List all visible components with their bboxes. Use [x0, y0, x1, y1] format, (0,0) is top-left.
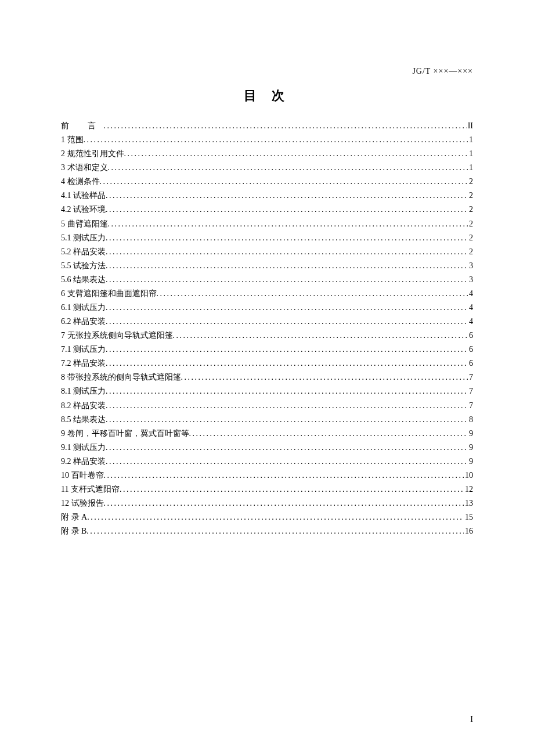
toc-row: 2 规范性引用文件1: [61, 147, 473, 161]
toc-entry-label: 8.2 样品安装: [61, 399, 106, 413]
toc-row: 5.6 结果表达3: [61, 273, 473, 287]
toc-entry-label: 2 规范性引用文件: [61, 147, 124, 161]
toc-leader-dots: [87, 510, 464, 524]
toc-leader-dots: [106, 384, 468, 398]
toc-leader-dots: [106, 259, 468, 273]
toc-entry-page: 8: [468, 413, 473, 427]
toc-row: 前 言II: [61, 119, 473, 133]
toc-entry-page: 7: [468, 370, 473, 384]
toc-entry-page: 16: [464, 524, 473, 538]
toc-leader-dots: [104, 119, 467, 133]
toc-leader-dots: [106, 245, 468, 259]
toc-row: 5.1 测试压力2: [61, 231, 473, 245]
toc-leader-dots: [104, 496, 464, 510]
toc-entry-label: 附 录 A: [61, 510, 87, 524]
toc-leader-dots: [86, 524, 464, 538]
toc-row: 9.2 样品安装9: [61, 455, 473, 469]
toc-leader-dots: [106, 441, 468, 455]
toc-entry-page: 15: [464, 510, 473, 524]
toc-entry-page: 2: [468, 231, 473, 245]
toc-leader-dots: [189, 427, 468, 441]
toc-leader-dots: [106, 357, 468, 370]
toc-entry-label: 6 支臂遮阳篷和曲面遮阳帘: [61, 287, 157, 301]
toc-entry-label: 4.1 试验样品: [61, 189, 106, 203]
toc-entry-label: 5.5 试验方法: [61, 259, 106, 273]
toc-row: 9 卷闸，平移百叶窗，翼式百叶窗等9: [61, 427, 473, 441]
toc-entry-page: 6: [468, 357, 473, 370]
toc-leader-dots: [106, 203, 468, 217]
toc-entry-label: 5.1 测试压力: [61, 231, 106, 245]
toc-entry-page: 12: [464, 483, 473, 496]
toc-leader-dots: [124, 147, 468, 161]
toc-entry-label: 7.1 测试压力: [61, 343, 106, 357]
toc-entry-label: 9.2 样品安装: [61, 455, 106, 469]
toc-row: 9.1 测试压力9: [61, 441, 473, 455]
toc-row: 附 录 A15: [61, 510, 473, 524]
toc-row: 12 试验报告13: [61, 496, 473, 510]
toc-entry-label: 6.1 测试压力: [61, 301, 106, 315]
toc-row: 8.5 结果表达8: [61, 413, 473, 427]
toc-entry-label: 11 支杆式遮阳帘: [61, 483, 120, 496]
toc-entry-page: 3: [468, 259, 473, 273]
toc-row: 8 带张拉系统的侧向导轨式遮阳篷7: [61, 370, 473, 384]
toc-entry-label: 5.2 样品安装: [61, 245, 106, 259]
toc-row: 10 百叶卷帘10: [61, 469, 473, 483]
toc-leader-dots: [106, 315, 468, 329]
toc-row: 4.1 试验样品2: [61, 189, 473, 203]
toc-entry-page: 1: [468, 133, 473, 147]
toc-entry-page: 7: [468, 384, 473, 398]
table-of-contents: 前 言II1 范围12 规范性引用文件13 术语和定义14 检测条件24.1 试…: [61, 119, 473, 538]
toc-leader-dots: [106, 455, 468, 469]
toc-entry-label: 9.1 测试压力: [61, 441, 106, 455]
toc-entry-label: 5 曲臂遮阳篷: [61, 217, 108, 231]
toc-entry-label: 12 试验报告: [61, 496, 104, 510]
page-number: I: [470, 715, 473, 724]
toc-entry-page: 3: [468, 273, 473, 287]
toc-entry-page: 6: [468, 343, 473, 357]
toc-row: 8.1 测试压力7: [61, 384, 473, 398]
toc-entry-page: 10: [464, 469, 473, 483]
toc-entry-label: 7 无张拉系统侧向导轨式遮阳篷: [61, 329, 173, 343]
toc-entry-label: 4.2 试验环境: [61, 203, 106, 217]
toc-row: 5.5 试验方法3: [61, 259, 473, 273]
toc-entry-page: 2: [468, 203, 473, 217]
toc-entry-page: 9: [468, 441, 473, 455]
toc-leader-dots: [108, 161, 468, 175]
toc-entry-label: 7.2 样品安装: [61, 357, 106, 370]
toc-row: 附 录 B16: [61, 524, 473, 538]
toc-title: 目 次: [61, 87, 473, 105]
toc-row: 4 检测条件2: [61, 175, 473, 189]
toc-leader-dots: [84, 133, 468, 147]
toc-leader-dots: [100, 175, 468, 189]
toc-leader-dots: [106, 399, 468, 413]
toc-entry-label: 8.5 结果表达: [61, 413, 106, 427]
toc-entry-page: 2: [468, 175, 473, 189]
toc-entry-page: 2: [468, 217, 473, 231]
toc-entry-page: 4: [468, 287, 473, 301]
toc-row: 1 范围1: [61, 133, 473, 147]
toc-entry-label: 10 百叶卷帘: [61, 469, 104, 483]
toc-entry-page: 2: [468, 245, 473, 259]
toc-leader-dots: [108, 217, 468, 231]
toc-entry-label: 8 带张拉系统的侧向导轨式遮阳篷: [61, 370, 181, 384]
toc-entry-label: 附 录 B: [61, 524, 86, 538]
toc-row: 7.2 样品安装6: [61, 357, 473, 370]
toc-leader-dots: [173, 329, 468, 343]
toc-entry-page: 9: [468, 427, 473, 441]
toc-entry-label: 前 言: [61, 119, 104, 133]
toc-entry-page: 4: [468, 301, 473, 315]
toc-entry-page: 1: [468, 147, 473, 161]
toc-leader-dots: [106, 301, 468, 315]
toc-leader-dots: [106, 343, 468, 357]
toc-entry-label: 1 范围: [61, 133, 84, 147]
toc-row: 7 无张拉系统侧向导轨式遮阳篷6: [61, 329, 473, 343]
toc-entry-page: 7: [468, 399, 473, 413]
toc-entry-page: 13: [464, 496, 473, 510]
toc-row: 6 支臂遮阳篷和曲面遮阳帘4: [61, 287, 473, 301]
toc-entry-label: 3 术语和定义: [61, 161, 108, 175]
toc-entry-page: 1: [468, 161, 473, 175]
toc-row: 3 术语和定义1: [61, 161, 473, 175]
toc-entry-page: 4: [468, 315, 473, 329]
toc-row: 11 支杆式遮阳帘12: [61, 483, 473, 496]
toc-row: 7.1 测试压力6: [61, 343, 473, 357]
